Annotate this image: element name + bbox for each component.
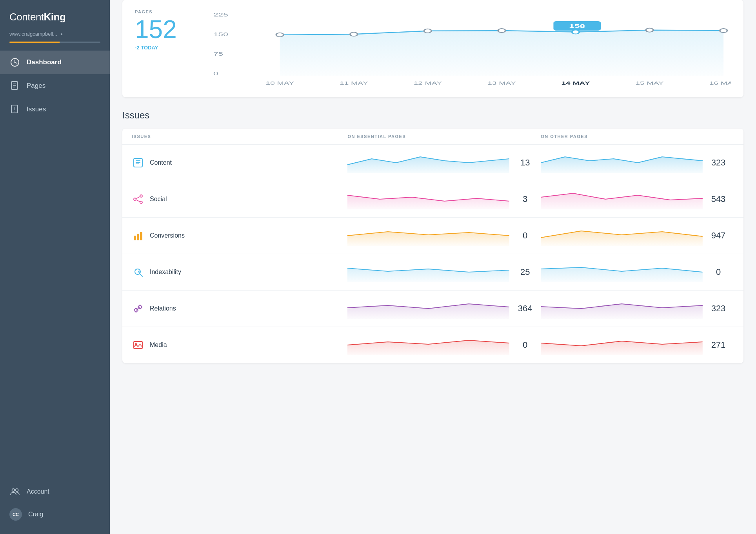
svg-point-23 <box>646 28 653 32</box>
svg-point-24 <box>720 29 727 33</box>
content-essential-count: 13 <box>509 158 541 168</box>
pages-today: -2 TODAY <box>135 45 198 51</box>
svg-point-10 <box>16 489 18 492</box>
dashboard-label: Dashboard <box>27 58 62 66</box>
svg-point-8 <box>15 111 15 112</box>
issue-name-media: Media <box>132 339 347 351</box>
avatar: CC <box>9 508 22 521</box>
svg-marker-44 <box>541 193 703 209</box>
issue-row-indexability[interactable]: Indexability 25 0 <box>122 254 743 291</box>
issues-icon <box>9 104 20 115</box>
relations-other-count: 323 <box>703 303 734 314</box>
website-selector[interactable]: www.craigcampbell... ▲ <box>0 29 110 40</box>
chevron-up-icon: ▲ <box>60 32 64 36</box>
svg-point-40 <box>140 201 142 203</box>
nav-menu: Dashboard Pages Issues <box>0 51 110 481</box>
issues-label: Issues <box>27 105 46 113</box>
media-other-count: 271 <box>703 340 734 350</box>
social-other-chart <box>541 187 703 211</box>
svg-text:15 MAY: 15 MAY <box>635 81 663 86</box>
conversions-essential-count: 0 <box>509 231 541 241</box>
issue-name-content: Content <box>132 156 347 169</box>
social-essential-count: 3 <box>509 194 541 204</box>
media-label: Media <box>150 341 167 349</box>
issue-row-relations[interactable]: Relations 364 323 <box>122 291 743 327</box>
media-essential-chart <box>347 333 509 357</box>
col-essential: ON ESSENTIAL PAGES <box>347 134 509 139</box>
conversions-label: Conversions <box>150 232 185 239</box>
indexability-label: Indexability <box>150 269 181 276</box>
progress-fill <box>9 42 60 43</box>
issue-row-conversions[interactable]: Conversions 0 947 <box>122 218 743 254</box>
media-other-chart <box>541 333 703 357</box>
sidebar-item-dashboard[interactable]: Dashboard <box>0 51 110 74</box>
svg-rect-47 <box>140 232 142 240</box>
svg-line-51 <box>140 274 143 277</box>
social-label: Social <box>150 196 167 203</box>
social-other-count: 543 <box>703 194 734 204</box>
svg-text:225: 225 <box>213 12 228 17</box>
website-url: www.craigcampbell... <box>9 31 57 37</box>
media-essential-count: 0 <box>509 340 541 350</box>
svg-point-1 <box>15 62 16 63</box>
main-content: PAGES 152 -2 TODAY 225 150 75 0 <box>110 0 756 534</box>
svg-rect-46 <box>137 234 139 240</box>
pages-stats: PAGES 152 -2 TODAY <box>135 9 198 51</box>
svg-text:13 MAY: 13 MAY <box>487 81 516 86</box>
pages-today-label: TODAY <box>141 45 158 51</box>
svg-text:158: 158 <box>569 23 585 29</box>
dashboard-icon <box>9 57 20 68</box>
content-icon <box>132 156 144 169</box>
pages-label: Pages <box>27 82 45 90</box>
svg-text:16 MAY: 16 MAY <box>709 81 731 86</box>
col-essential-count <box>509 134 541 139</box>
svg-marker-59 <box>541 304 703 319</box>
relations-icon <box>132 302 144 315</box>
pages-today-change: -2 <box>135 45 140 51</box>
svg-rect-32 <box>134 158 142 167</box>
col-other: ON OTHER PAGES <box>541 134 703 139</box>
conversions-essential-chart <box>347 224 509 247</box>
issue-row-media[interactable]: Media 0 271 <box>122 327 743 363</box>
user-name: Craig <box>28 511 43 518</box>
relations-essential-chart <box>347 297 509 320</box>
svg-point-19 <box>498 29 505 33</box>
issue-name-relations: Relations <box>132 302 347 315</box>
sidebar-item-issues[interactable]: Issues <box>0 98 110 121</box>
svg-text:0: 0 <box>213 71 218 76</box>
content-essential-chart <box>347 151 509 174</box>
indexability-essential-count: 25 <box>509 267 541 277</box>
issue-row-content[interactable]: Content 13 323 <box>122 145 743 181</box>
account-icon <box>9 486 20 497</box>
logo-text-light: Content <box>9 11 44 23</box>
svg-text:10 MAY: 10 MAY <box>266 81 294 86</box>
svg-marker-63 <box>347 340 509 355</box>
pages-card: PAGES 152 -2 TODAY 225 150 75 0 <box>122 0 743 97</box>
media-icon <box>132 339 144 351</box>
col-issues: ISSUES <box>132 134 347 139</box>
content-other-chart <box>541 151 703 174</box>
svg-marker-36 <box>347 157 509 173</box>
svg-point-39 <box>134 198 136 200</box>
issue-name-conversions: Conversions <box>132 229 347 242</box>
svg-marker-43 <box>347 195 509 209</box>
content-other-count: 323 <box>703 158 734 168</box>
social-essential-chart <box>347 187 509 211</box>
sidebar: ContentKing www.craigcampbell... ▲ Dashb… <box>0 0 110 534</box>
svg-marker-37 <box>541 157 703 173</box>
sidebar-item-account[interactable]: Account <box>0 481 110 503</box>
svg-text:14 MAY: 14 MAY <box>562 81 590 86</box>
svg-point-16 <box>276 33 284 37</box>
pages-count: 152 <box>135 16 198 43</box>
indexability-other-count: 0 <box>703 267 734 277</box>
conversions-other-chart <box>541 224 703 247</box>
indexability-icon <box>132 266 144 278</box>
indexability-essential-chart <box>347 260 509 284</box>
relations-essential-count: 364 <box>509 303 541 314</box>
issue-name-indexability: Indexability <box>132 266 347 278</box>
issue-row-social[interactable]: Social 3 543 <box>122 181 743 218</box>
conversions-other-count: 947 <box>703 231 734 241</box>
sidebar-item-pages[interactable]: Pages <box>0 74 110 98</box>
issues-table-header: ISSUES ON ESSENTIAL PAGES ON OTHER PAGES <box>122 129 743 145</box>
sidebar-item-user[interactable]: CC Craig <box>0 503 110 526</box>
